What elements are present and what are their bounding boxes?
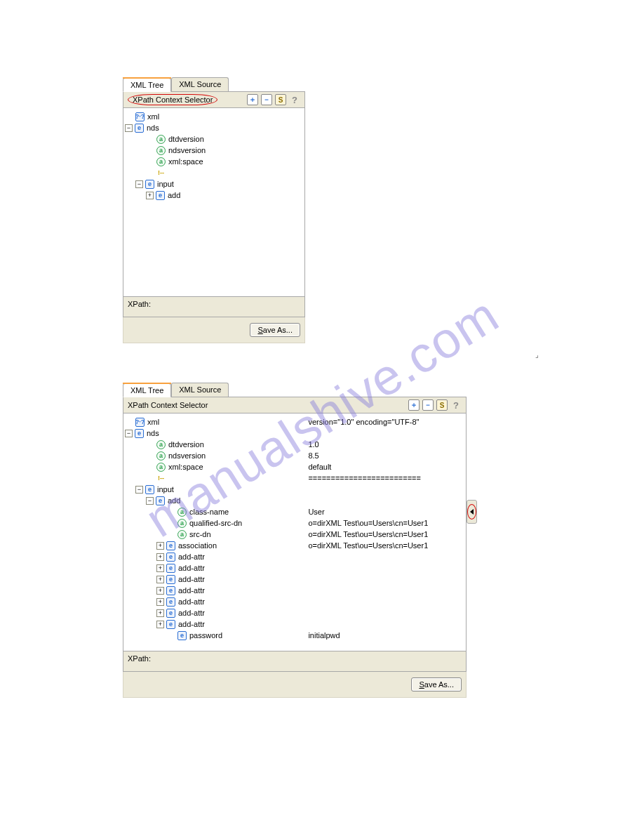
tree-row[interactable]: −eadd bbox=[125, 495, 464, 506]
tree-row[interactable]: +eadd-attr bbox=[125, 562, 464, 574]
tree-row[interactable]: +eadd bbox=[125, 190, 303, 201]
tree-row[interactable]: axml:spacedefault bbox=[125, 461, 464, 472]
bottom-bar: Save As... bbox=[123, 672, 467, 698]
tree-node-label: class-name bbox=[189, 506, 229, 517]
help-icon[interactable]: ? bbox=[289, 94, 300, 105]
tree-node-label: xml:space bbox=[168, 156, 203, 167]
tree-row[interactable]: −einput bbox=[125, 484, 464, 495]
tree-node-label: add-attr bbox=[178, 585, 205, 596]
element-icon: e bbox=[166, 552, 175, 562]
tree-node-label: nds bbox=[147, 428, 159, 439]
expand-side-handle-ring bbox=[467, 504, 476, 519]
tree-row[interactable]: +eadd-attr bbox=[125, 585, 464, 596]
tree-row[interactable]: −ends bbox=[125, 428, 464, 439]
element-icon: e bbox=[145, 180, 154, 189]
tree-row[interactable]: +eadd-attr bbox=[125, 607, 464, 618]
attribute-icon: a bbox=[156, 463, 166, 472]
tab-bar: XML Tree XML Source bbox=[123, 383, 467, 397]
collapse-all-button[interactable]: － bbox=[261, 94, 272, 105]
expand-icon[interactable]: + bbox=[156, 542, 164, 550]
tree-row[interactable]: +eassociationo=dirXML Test\ou=Users\cn=U… bbox=[125, 540, 464, 551]
element-icon: e bbox=[156, 496, 165, 505]
expand-icon[interactable]: + bbox=[146, 192, 154, 199]
resize-corner-icon[interactable]: ⌟ bbox=[535, 351, 539, 359]
tree-row[interactable]: aclass-nameUser bbox=[125, 506, 464, 517]
toolbar: XPath Context Selector ＋ － S ? bbox=[123, 397, 467, 413]
declaration-icon: ?·? bbox=[135, 418, 145, 427]
tab-xml-tree[interactable]: XML Tree bbox=[123, 383, 171, 397]
tree-row[interactable]: !-- bbox=[125, 167, 303, 178]
save-as-label-rest: ave As... bbox=[263, 326, 293, 334]
tree-row[interactable]: −einput bbox=[125, 178, 303, 190]
element-icon: e bbox=[166, 597, 175, 607]
tree-row[interactable]: +eadd-attr bbox=[125, 596, 464, 607]
tree-node-label: association bbox=[178, 540, 217, 551]
tree-row[interactable]: axml:space bbox=[125, 156, 303, 167]
tree-node-label: dtdversion bbox=[168, 439, 204, 450]
help-icon[interactable]: ? bbox=[450, 399, 462, 411]
tree-node-label: ndsversion bbox=[168, 450, 206, 461]
element-icon: e bbox=[135, 429, 144, 438]
tab-xml-source[interactable]: XML Source bbox=[171, 383, 229, 397]
expand-icon[interactable]: + bbox=[156, 621, 164, 628]
tree-row[interactable]: ?·?xmlversion="1.0" encoding="UTF-8" bbox=[125, 416, 464, 428]
tree-row[interactable]: aqualified-src-dno=dirXML Test\ou=Users\… bbox=[125, 517, 464, 529]
save-as-label-rest: ave As... bbox=[424, 680, 454, 689]
attribute-icon: a bbox=[177, 508, 187, 517]
expand-icon[interactable]: + bbox=[156, 564, 164, 572]
attribute-icon: a bbox=[156, 135, 166, 144]
collapse-all-button[interactable]: － bbox=[422, 399, 434, 411]
collapse-icon[interactable]: − bbox=[125, 430, 133, 437]
tree-row[interactable]: adtdversion1.0 bbox=[125, 439, 464, 450]
xpath-panel-small: XML Tree XML Source XPath Context Select… bbox=[123, 77, 305, 343]
tree-node-value: User bbox=[308, 506, 464, 517]
tree-node-label: add-attr bbox=[178, 562, 205, 574]
tree-row[interactable]: asrc-dno=dirXML Test\ou=Users\cn=User1 bbox=[125, 529, 464, 540]
collapse-icon[interactable]: − bbox=[135, 180, 143, 188]
expand-all-button[interactable]: ＋ bbox=[408, 399, 420, 411]
attribute-icon: a bbox=[156, 146, 166, 155]
expand-icon[interactable]: + bbox=[156, 587, 164, 595]
xpath-label: XPath: bbox=[123, 651, 467, 672]
tree-row[interactable]: epasswordinitialpwd bbox=[125, 630, 464, 641]
element-icon: e bbox=[166, 620, 175, 629]
tree-row[interactable]: andsversion bbox=[125, 145, 303, 156]
tree-row[interactable]: adtdversion bbox=[125, 133, 303, 145]
save-as-button[interactable]: Save As... bbox=[411, 677, 462, 691]
tree-node-value: 1.0 bbox=[308, 439, 464, 450]
tree-node-label: add bbox=[168, 190, 180, 201]
tree-row[interactable]: −ends bbox=[125, 122, 303, 133]
expand-icon[interactable]: + bbox=[156, 553, 164, 561]
expand-side-handle[interactable] bbox=[467, 500, 477, 524]
attribute-icon: a bbox=[156, 157, 166, 166]
s-button[interactable]: S bbox=[436, 399, 448, 411]
tree-row[interactable]: !--========================= bbox=[125, 472, 464, 484]
expand-all-button[interactable]: ＋ bbox=[247, 94, 258, 105]
s-button[interactable]: S bbox=[275, 94, 286, 105]
tree-node-label: add-attr bbox=[178, 607, 205, 618]
tree-node-label: add-attr bbox=[178, 574, 205, 585]
tree-view[interactable]: ?·?xml−endsadtdversionandsversionaxml:sp… bbox=[123, 107, 305, 297]
tab-xml-source[interactable]: XML Source bbox=[171, 77, 229, 91]
tree-row[interactable]: +eadd-attr bbox=[125, 551, 464, 562]
declaration-icon: ?·? bbox=[135, 112, 145, 121]
tree-row[interactable]: +eadd-attr bbox=[125, 574, 464, 585]
expand-icon[interactable]: + bbox=[156, 609, 164, 617]
tab-xml-tree[interactable]: XML Tree bbox=[123, 78, 171, 92]
element-icon: e bbox=[166, 564, 175, 573]
tree-node-label: dtdversion bbox=[168, 133, 204, 145]
tree-row[interactable]: andsversion8.5 bbox=[125, 450, 464, 461]
expand-icon[interactable]: + bbox=[156, 576, 164, 583]
tree-view[interactable]: ?·?xmlversion="1.0" encoding="UTF-8"−end… bbox=[123, 413, 467, 651]
collapse-icon[interactable]: − bbox=[146, 497, 154, 505]
tree-node-value: o=dirXML Test\ou=Users\cn=User1 bbox=[308, 517, 464, 529]
collapse-icon[interactable]: − bbox=[125, 124, 133, 132]
collapse-icon[interactable]: − bbox=[135, 486, 143, 494]
expand-icon[interactable]: + bbox=[156, 598, 164, 606]
tab-bar: XML Tree XML Source bbox=[123, 77, 305, 92]
tree-row[interactable]: ?·?xml bbox=[125, 111, 303, 122]
save-as-button[interactable]: Save As... bbox=[250, 323, 300, 337]
xpath-panel-wide: XML Tree XML Source XPath Context Select… bbox=[123, 383, 467, 698]
tree-row[interactable]: +eadd-attr bbox=[125, 618, 464, 630]
comment-icon: !-- bbox=[156, 474, 166, 483]
